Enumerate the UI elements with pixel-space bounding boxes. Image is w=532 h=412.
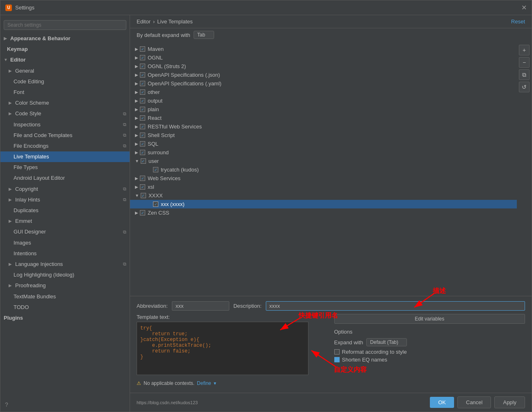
group-checkbox[interactable] [140,55,145,60]
sidebar-item-live-templates[interactable]: Live Templates [0,151,130,162]
expand-arrow: ▶ [135,185,138,189]
reset-link[interactable]: Reset [511,18,525,25]
template-group-openapi-json[interactable]: ▶ OpenAPI Specifications (.json) [130,71,517,79]
group-checkbox[interactable] [140,184,145,190]
sidebar-item-inlay-hints[interactable]: ▶ Inlay Hints ⧉ [0,195,130,205]
abbreviation-input[interactable] [172,301,229,311]
shorten-eq-checkbox[interactable] [334,357,340,362]
sidebar-item-file-encodings[interactable]: File Encodings ⧉ [0,141,130,151]
expand-dropdown[interactable]: Tab [194,31,214,39]
copy-button[interactable]: ⧉ [519,69,530,80]
add-button[interactable]: + [519,45,530,55]
template-group-sql[interactable]: ▶ SQL [130,140,517,148]
sidebar-item-language-injections[interactable]: ▶ Language Injections ⧉ [0,259,130,270]
arrow-icon: ▶ [9,186,14,192]
group-checkbox[interactable] [140,124,145,129]
sidebar-item-textmate-bundles[interactable]: TextMate Bundles [0,291,130,302]
template-group-other[interactable]: ▶ other [130,88,517,96]
template-item-xxx[interactable]: xxx (xxxx) [130,200,517,208]
sidebar-item-log-highlighting[interactable]: Log Highlighting (Ideolog) [0,270,130,280]
group-checkbox[interactable] [140,46,145,52]
define-link[interactable]: Define [197,380,211,386]
group-checkbox[interactable] [140,115,145,121]
sidebar-item-plugins[interactable]: Plugins [0,313,130,323]
close-button[interactable]: ✕ [521,4,527,11]
template-item-trycatch[interactable]: trycatch (kudos) [130,165,517,174]
group-checkbox[interactable] [140,64,145,69]
ok-button[interactable]: OK [430,397,454,408]
arrow-icon: ▶ [9,197,14,203]
template-text-options-row: Template text: try{ return true; }catch(… [137,314,525,388]
sidebar-item-proofreading[interactable]: ▶ Proofreading [0,280,130,291]
template-group-maven[interactable]: ▶ Maven [130,45,517,53]
edit-variables-button[interactable]: Edit variables [334,314,525,324]
sidebar-item-copyright[interactable]: ▶ Copyright ⧉ [0,184,130,195]
abbreviation-label: Abbreviation: [137,303,168,309]
description-label: Description: [233,303,262,309]
template-text-input[interactable]: try{ return true; }catch(Exception e){ e… [137,322,308,375]
sidebar-item-file-types[interactable]: File Types [0,162,130,173]
arrow-icon: ▶ [4,36,9,41]
item-checkbox[interactable] [153,201,158,207]
template-group-openapi-yaml[interactable]: ▶ OpenAPI Specifications (.yaml) [130,79,517,88]
sidebar-item-editor[interactable]: ▼ Editor [0,55,130,65]
group-checkbox[interactable] [140,107,145,112]
sidebar-item-images[interactable]: Images [0,238,130,248]
sidebar-item-appearance[interactable]: ▶ Appearance & Behavior [0,33,130,44]
sidebar-item-file-code-templates[interactable]: File and Code Templates ⧉ [0,130,130,141]
apply-button[interactable]: Apply [494,396,525,408]
sidebar-item-code-editing[interactable]: Code Editing [0,76,130,87]
template-group-xxxx[interactable]: ▼ XXXX [130,191,517,200]
reformat-checkbox[interactable] [334,349,340,355]
expand-with-dropdown[interactable]: Default (Tab) [366,338,407,346]
sidebar-item-code-style[interactable]: ▶ Code Style ⧉ [0,108,130,119]
template-group-output[interactable]: ▶ output [130,96,517,105]
sidebar-item-font[interactable]: Font [0,87,130,98]
sidebar-item-android-layout-editor[interactable]: Android Layout Editor [0,173,130,183]
expand-arrow: ▶ [135,64,138,69]
template-group-user[interactable]: ▼ user [130,157,517,165]
group-checkbox[interactable] [140,141,145,146]
template-group-surround[interactable]: ▶ surround [130,148,517,157]
remove-button[interactable]: − [519,57,530,68]
search-input[interactable] [4,20,126,30]
copy-icon: ⧉ [123,121,126,128]
description-input[interactable] [266,301,525,311]
sidebar-item-todo[interactable]: TODO [0,302,130,313]
group-checkbox[interactable] [140,133,145,138]
group-checkbox[interactable] [140,210,145,215]
item-checkbox[interactable] [153,167,158,172]
expand-arrow: ▶ [135,90,138,94]
template-group-ognl-struts2[interactable]: ▶ OGNL (Struts 2) [130,62,517,71]
template-group-plain[interactable]: ▶ plain [130,105,517,114]
sidebar-item-color-scheme[interactable]: ▶ Color Scheme [0,98,130,108]
expand-arrow: ▶ [135,47,138,51]
template-group-restful[interactable]: ▶ RESTful Web Services [130,122,517,131]
template-group-ognl[interactable]: ▶ OGNL [130,53,517,62]
group-checkbox[interactable] [141,158,146,164]
sidebar-item-gui-designer[interactable]: GUI Designer ⧉ [0,227,130,237]
sidebar-item-inspections[interactable]: Inspections ⧉ [0,119,130,130]
template-group-shell[interactable]: ▶ Shell Script [130,131,517,140]
template-text-label: Template text: [137,314,328,320]
group-checkbox[interactable] [140,89,145,95]
group-checkbox[interactable] [140,81,145,86]
group-checkbox[interactable] [140,176,145,181]
group-checkbox[interactable] [140,98,145,103]
sidebar-item-keymap[interactable]: Keymap [0,44,130,55]
template-textarea-wrapper: try{ return true; }catch(Exception e){ e… [137,322,328,376]
sidebar-item-intentions[interactable]: Intentions [0,248,130,259]
group-checkbox[interactable] [140,72,145,78]
group-checkbox[interactable] [141,193,146,198]
help-button[interactable]: ? [5,401,8,408]
sidebar-item-general[interactable]: ▶ General [0,66,130,76]
sidebar-item-emmet[interactable]: ▶ Emmet [0,216,130,227]
template-group-zen-css[interactable]: ▶ Zen CSS [130,208,517,217]
template-group-react[interactable]: ▶ React [130,114,517,122]
revert-button[interactable]: ↺ [519,82,530,92]
group-checkbox[interactable] [140,150,145,155]
cancel-button[interactable]: Cancel [457,396,491,408]
sidebar-item-duplicates[interactable]: Duplicates [0,205,130,216]
template-group-web-services[interactable]: ▶ Web Services [130,174,517,183]
template-group-xsl[interactable]: ▶ xsl [130,183,517,191]
